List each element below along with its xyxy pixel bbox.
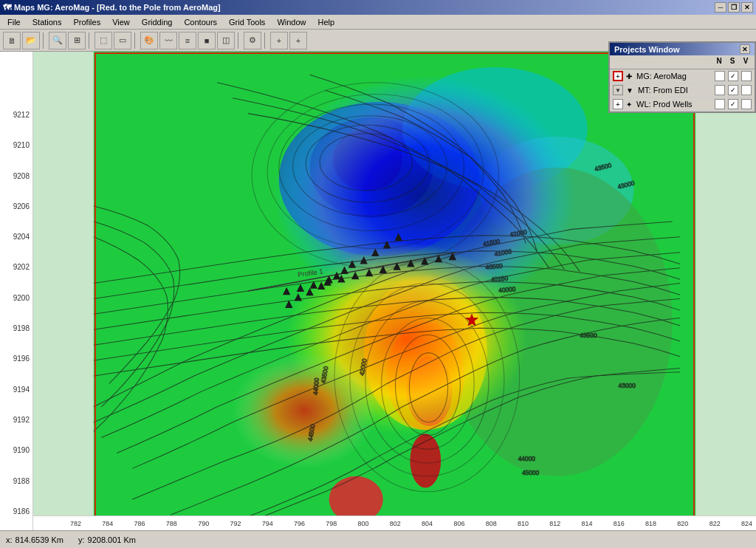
x-label-808: 808 <box>486 520 497 527</box>
menu-contours[interactable]: Contours <box>178 17 223 27</box>
tb-symbol[interactable]: ◫ <box>217 32 235 49</box>
menu-grid-tools[interactable]: Grid Tools <box>223 17 271 27</box>
project-row-wells: + ✦ WL: Prod Wells <box>610 97 755 112</box>
x-label-810: 810 <box>518 520 529 527</box>
separator-5 <box>264 32 267 49</box>
wells-expand[interactable]: + <box>613 99 623 109</box>
window-title: Maps MG: AeroMag - [Red. to the Pole fro… <box>14 3 221 12</box>
edi-expand[interactable]: ▼ <box>613 85 623 95</box>
tb-plus2[interactable]: + <box>289 32 307 49</box>
wells-symbol: ✦ <box>626 100 632 109</box>
edi-v-check[interactable] <box>741 85 752 95</box>
y-label-9200: 9200 <box>0 294 32 302</box>
tb-open[interactable]: 📂 <box>22 32 40 49</box>
tb-select[interactable]: ⬚ <box>94 32 112 49</box>
restore-button[interactable]: ❐ <box>728 2 740 13</box>
x-label-798: 798 <box>326 520 337 527</box>
menu-profiles[interactable]: Profiles <box>67 17 106 27</box>
tb-color[interactable]: 🎨 <box>140 32 158 49</box>
x-label-784: 784 <box>102 520 113 527</box>
svg-rect-15 <box>94 52 695 530</box>
y-label-9212: 9212 <box>0 111 32 119</box>
aeromag-expand[interactable]: + <box>613 71 623 81</box>
x-coord-label: x: <box>6 535 13 544</box>
edi-symbol: ▼ <box>626 86 633 95</box>
x-label-812: 812 <box>549 520 560 527</box>
projects-title: Projects Window ✕ <box>610 43 755 55</box>
y-label-9204: 9204 <box>0 233 32 241</box>
map-area: 9212 9210 9208 9206 9204 9202 9200 9198 … <box>0 52 756 530</box>
menu-stations[interactable]: Stations <box>27 17 68 27</box>
x-coord-value: 814.6539 Km <box>16 535 63 544</box>
menu-file[interactable]: File <box>1 17 27 27</box>
edi-name: MT: From EDI <box>638 86 712 95</box>
x-label-802: 802 <box>390 520 401 527</box>
y-coord-value: 9208.001 Km <box>88 535 136 544</box>
y-label-9210: 9210 <box>0 141 32 149</box>
tb-fill[interactable]: ■ <box>198 32 216 49</box>
separator-4 <box>238 32 241 49</box>
wells-s-check[interactable] <box>728 99 738 109</box>
x-label-792: 792 <box>230 520 241 527</box>
tb-settings[interactable]: ⚙ <box>244 32 261 49</box>
x-label-788: 788 <box>166 520 177 527</box>
title-bar: 🗺 Maps MG: AeroMag - [Red. to the Pole f… <box>0 0 756 15</box>
wells-v-check[interactable] <box>741 99 752 109</box>
separator-2 <box>89 32 92 49</box>
separator-1 <box>43 32 46 49</box>
y-label-9186: 9186 <box>0 507 32 516</box>
svg-text:45000: 45000 <box>522 469 540 476</box>
menu-window[interactable]: Window <box>271 17 312 27</box>
x-axis: 782 784 786 788 790 792 794 796 798 800 … <box>33 516 756 530</box>
menu-gridding[interactable]: Gridding <box>136 17 179 27</box>
svg-text:43000: 43000 <box>619 382 636 389</box>
edi-s-check[interactable] <box>728 85 738 95</box>
menu-help[interactable]: Help <box>312 17 341 27</box>
edi-n-check[interactable] <box>715 85 725 95</box>
aeromag-v-check[interactable] <box>741 71 752 81</box>
y-label-9192: 9192 <box>0 416 32 424</box>
svg-text:43500: 43500 <box>580 332 597 339</box>
wells-name: WL: Prod Wells <box>636 100 712 109</box>
x-label-786: 786 <box>134 520 145 527</box>
menu-view[interactable]: View <box>106 17 136 27</box>
svg-text:44000: 44000 <box>312 377 320 395</box>
tb-lines[interactable]: ≡ <box>179 32 196 49</box>
col-header-v: V <box>740 57 752 67</box>
tb-wave[interactable]: 〰 <box>159 32 177 49</box>
tb-zoom[interactable]: 🔍 <box>49 32 66 49</box>
y-coord-label: y: <box>78 535 85 544</box>
y-axis: 9212 9210 9208 9206 9204 9202 9200 9198 … <box>0 52 33 530</box>
x-label-822: 822 <box>709 520 721 527</box>
tb-plus1[interactable]: + <box>270 32 288 49</box>
svg-text:40500: 40500 <box>485 262 503 271</box>
minimize-button[interactable]: ─ <box>715 2 726 13</box>
y-label-9196: 9196 <box>0 355 32 363</box>
x-label-800: 800 <box>358 520 369 527</box>
aeromag-s-check[interactable] <box>728 71 738 81</box>
y-label-9198: 9198 <box>0 324 32 332</box>
projects-close-button[interactable]: ✕ <box>740 44 750 54</box>
map-canvas[interactable]: 43000 43500 42000 41500 41000 40500 4025… <box>33 52 756 530</box>
x-label-816: 816 <box>614 520 625 527</box>
aeromag-n-check[interactable] <box>715 71 725 81</box>
close-button[interactable]: ✕ <box>741 2 753 13</box>
svg-text:40000: 40000 <box>498 285 516 294</box>
main-content: 9212 9210 9208 9206 9204 9202 9200 9198 … <box>0 52 756 530</box>
y-label-9206: 9206 <box>0 202 32 210</box>
x-label-790: 790 <box>198 520 209 527</box>
x-label-824: 824 <box>741 520 752 527</box>
y-label-9190: 9190 <box>0 446 32 454</box>
tb-grid[interactable]: ⊞ <box>68 32 86 49</box>
project-row-edi: ▼ ▼ MT: From EDI <box>610 83 755 97</box>
x-label-820: 820 <box>677 520 688 527</box>
x-label-796: 796 <box>294 520 305 527</box>
y-label-9188: 9188 <box>0 477 32 485</box>
app-icon: 🗺 <box>3 3 11 12</box>
aeromag-symbol: ✚ <box>626 72 632 81</box>
tb-box[interactable]: ▭ <box>114 32 131 49</box>
tb-new[interactable]: 🗎 <box>3 32 21 49</box>
projects-title-label: Projects Window <box>614 45 680 54</box>
wells-n-check[interactable] <box>715 99 725 109</box>
y-label-9194: 9194 <box>0 386 32 394</box>
